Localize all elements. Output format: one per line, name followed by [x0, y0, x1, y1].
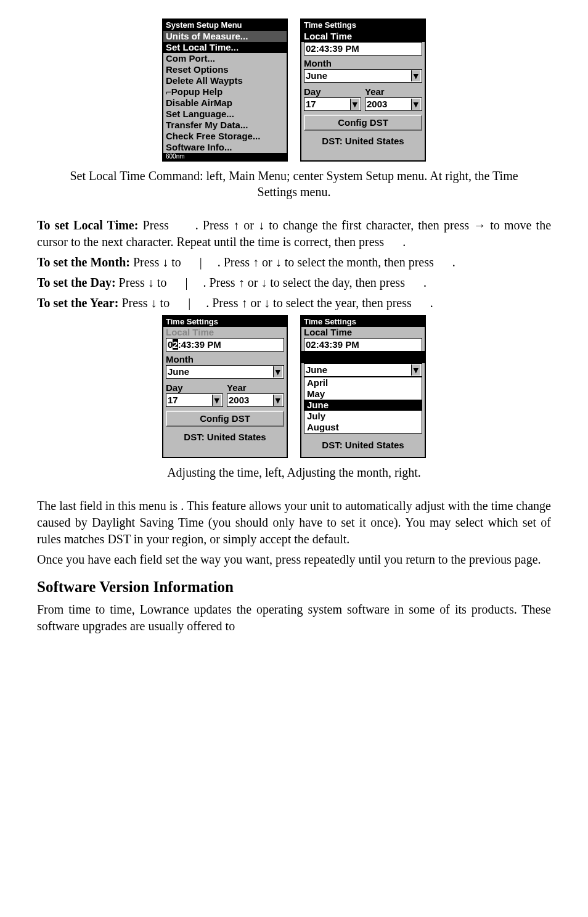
- month-label: Month: [166, 354, 284, 365]
- inline-text: |: [188, 296, 190, 310]
- day-label: Day: [304, 86, 361, 97]
- time-value: 02:43:39 PM: [168, 339, 221, 350]
- inline-text: . Press ↑ or ↓ to select the day, then p…: [203, 276, 408, 289]
- config-dst-button: Config DST: [166, 411, 284, 427]
- month-options-list: April May June July August: [304, 377, 422, 434]
- screen-title: System Setup Menu: [163, 20, 287, 31]
- menu-item: Disable AirMap: [163, 97, 287, 109]
- inline-text: .: [402, 235, 406, 249]
- inline-text: .: [430, 296, 433, 310]
- inline-text: .: [452, 255, 455, 269]
- dst-label: DST: United States: [301, 136, 425, 147]
- paragraph-year: To set the Year: Press ↓ to | . Press ↑ …: [37, 295, 551, 311]
- inline-text: . Press ↑ or ↓ to select the year, then …: [206, 296, 415, 310]
- local-time-label: Local Time: [163, 327, 287, 338]
- inline-text: Press ↓ to: [130, 255, 184, 269]
- menu-item: Set Language...: [163, 109, 287, 120]
- year-label: Year: [365, 86, 422, 97]
- menu-item: Com Port...: [163, 53, 287, 64]
- month-dropdown: June▾: [304, 363, 422, 377]
- month-value: June: [306, 364, 327, 376]
- month-option: July: [304, 411, 422, 422]
- year-value: 2003: [367, 99, 387, 110]
- screen-title: Time Settings: [301, 20, 425, 31]
- menu-item: Transfer My Data...: [163, 120, 287, 131]
- figure-caption-1: Set Local Time Command: left, Main Menu;…: [62, 168, 526, 200]
- figure-bottom: Time Settings Local Time 02:43:39 PM Mon…: [37, 315, 551, 459]
- dst-label: DST: United States: [163, 432, 287, 443]
- month-option-selected: June: [304, 400, 422, 411]
- figure-top: System Setup Menu Units of Measure... Se…: [37, 19, 551, 162]
- menu-item: ⌐Popup Help: [163, 86, 287, 97]
- month-label: Month: [304, 58, 422, 69]
- paragraph-software-version: From time to time, Lowrance updates the …: [37, 601, 551, 635]
- time-edit-screen: Time Settings Local Time 02:43:39 PM Mon…: [162, 315, 288, 459]
- inline-text: Press ↓ to: [116, 276, 170, 289]
- year-dropdown: 2003▾: [227, 393, 284, 407]
- local-time-label: Local Time: [301, 31, 425, 42]
- month-option: May: [304, 389, 422, 400]
- time-settings-screen: Time Settings Local Time 02:43:39 PM Mon…: [300, 19, 426, 162]
- screen-title: Time Settings: [301, 316, 425, 327]
- year-label: Year: [227, 382, 284, 393]
- month-value: June: [306, 70, 327, 81]
- paragraph-month: To set the Month: Press ↓ to | . Press ↑…: [37, 254, 551, 271]
- inline-text: .: [423, 276, 427, 289]
- month-label-highlighted: Month: [301, 351, 425, 363]
- menu-item: Check Free Storage...: [163, 131, 287, 142]
- time-cursor-char: 2: [173, 339, 178, 350]
- day-value: 17: [168, 395, 178, 406]
- menu-item-highlighted: Set Local Time...: [163, 42, 287, 53]
- chevron-down-icon: ▾: [212, 395, 221, 406]
- paragraph-dst: The last field in this menu is . This fe…: [37, 498, 551, 548]
- inline-bold: To set Local Time:: [37, 218, 138, 232]
- inline-bold: To set the Year:: [37, 296, 118, 310]
- screen-title: Time Settings: [163, 316, 287, 327]
- paragraph-exit: Once you have each field set the way you…: [37, 551, 551, 568]
- inline-text: Press: [138, 218, 173, 232]
- month-value: June: [168, 366, 189, 377]
- month-dropdown: June▾: [304, 69, 422, 83]
- day-value: 17: [306, 99, 316, 110]
- config-dst-button: Config DST: [304, 115, 422, 131]
- inline-bold: To set the Month:: [37, 255, 130, 269]
- chevron-down-icon: ▾: [411, 70, 420, 81]
- chevron-down-icon: ▾: [411, 99, 420, 110]
- month-option: August: [304, 422, 422, 433]
- year-dropdown: 2003▾: [365, 97, 422, 111]
- chevron-down-icon: ▾: [411, 364, 420, 376]
- time-field: 02:43:39 PM: [304, 338, 422, 352]
- chevron-down-icon: ▾: [273, 366, 282, 377]
- month-option: April: [304, 377, 422, 389]
- day-label: Day: [166, 382, 223, 393]
- day-dropdown: 17▾: [166, 393, 223, 407]
- month-select-screen: Time Settings Local Time 02:43:39 PM Mon…: [300, 315, 426, 459]
- time-field-editing: 02:43:39 PM: [166, 338, 284, 352]
- menu-item: Reset Options: [163, 64, 287, 75]
- figure-caption-2: Adjusting the time, left, Adjusting the …: [62, 464, 526, 480]
- menu-item: Software Info...: [163, 142, 287, 153]
- time-value: 02:43:39 PM: [306, 43, 359, 54]
- chevron-down-icon: ▾: [350, 99, 359, 110]
- local-time-label: Local Time: [301, 327, 425, 338]
- menu-item: Units of Measure...: [163, 31, 287, 42]
- year-value: 2003: [229, 395, 249, 406]
- time-value: 02:43:39 PM: [306, 339, 359, 350]
- system-setup-screen: System Setup Menu Units of Measure... Se…: [162, 19, 288, 162]
- time-field: 02:43:39 PM: [304, 42, 422, 56]
- day-dropdown: 17▾: [304, 97, 361, 111]
- menu-item: Delete All Waypts: [163, 75, 287, 86]
- heading-software-version: Software Version Information: [37, 577, 551, 598]
- inline-text: Press ↓ to: [118, 296, 173, 310]
- time-suffix: :43:39 PM: [178, 339, 221, 350]
- inline-bold: To set the Day:: [37, 276, 116, 289]
- inline-text: |: [185, 276, 187, 289]
- chevron-down-icon: ▾: [273, 395, 282, 406]
- paragraph-day: To set the Day: Press ↓ to | . Press ↑ o…: [37, 274, 551, 291]
- inline-text: . Press ↑ or ↓ to select the month, then…: [218, 255, 437, 269]
- footer-scale: 600nm: [163, 153, 287, 160]
- dst-label: DST: United States: [301, 440, 425, 451]
- month-dropdown: June▾: [166, 365, 284, 379]
- inline-text: |: [200, 255, 202, 269]
- paragraph-local-time: To set Local Time: Press . Press ↑ or ↓ …: [37, 217, 551, 250]
